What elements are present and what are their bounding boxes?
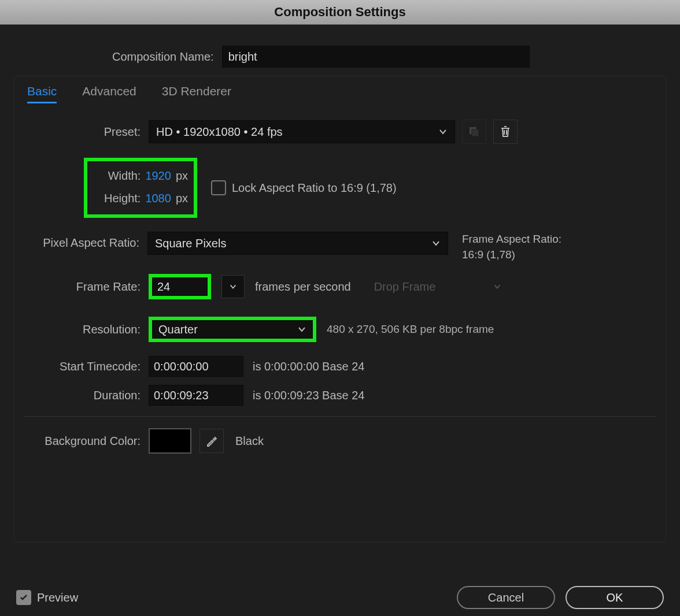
eyedropper-icon xyxy=(205,435,218,447)
width-unit: px xyxy=(176,169,188,183)
pixel-aspect-ratio-select[interactable]: Square Pixels xyxy=(147,232,448,255)
chevron-down-icon xyxy=(297,325,306,334)
resolution-label: Resolution: xyxy=(24,323,149,336)
drop-frame-value: Drop Frame xyxy=(374,280,436,294)
frame-rate-suffix: frames per second xyxy=(255,280,351,294)
height-label: Height: xyxy=(104,192,141,205)
background-color-label: Background Color: xyxy=(24,435,149,448)
start-timecode-label: Start Timecode: xyxy=(24,360,149,373)
composition-name-label: Composition Name: xyxy=(112,50,214,64)
width-input[interactable]: 1920 xyxy=(145,169,171,183)
trash-icon xyxy=(500,125,511,138)
start-timecode-info: is 0:00:00:00 Base 24 xyxy=(253,360,364,373)
resolution-highlight: Quarter xyxy=(149,317,316,342)
frame-aspect-ratio-value: 16:9 (1,78) xyxy=(462,247,561,263)
resolution-select[interactable]: Quarter xyxy=(152,320,313,339)
cancel-button[interactable]: Cancel xyxy=(457,586,555,609)
height-input[interactable]: 1080 xyxy=(145,192,171,205)
chevron-down-icon xyxy=(431,239,441,248)
dimensions-highlight: Width: 1920 px Height: 1080 px xyxy=(84,158,197,218)
svg-rect-1 xyxy=(472,129,479,136)
tab-advanced[interactable]: Advanced xyxy=(82,84,136,103)
frame-aspect-ratio-label: Frame Aspect Ratio: xyxy=(462,232,561,247)
composition-name-input[interactable] xyxy=(222,46,530,68)
resolution-value: Quarter xyxy=(158,323,198,336)
save-preset-button[interactable] xyxy=(462,120,486,144)
duration-input[interactable] xyxy=(149,385,243,406)
pixel-aspect-ratio-label: Pixel Aspect Ratio: xyxy=(24,232,147,250)
chevron-down-icon xyxy=(438,127,448,136)
frame-rate-input[interactable] xyxy=(152,277,208,296)
start-timecode-input[interactable] xyxy=(149,356,243,377)
preview-label: Preview xyxy=(37,591,78,604)
preset-label: Preset: xyxy=(24,125,149,139)
ok-button[interactable]: OK xyxy=(566,586,664,609)
delete-preset-button[interactable] xyxy=(493,120,518,144)
background-color-swatch[interactable] xyxy=(149,428,191,454)
divider xyxy=(24,416,656,417)
frame-rate-dropdown-button[interactable] xyxy=(221,275,245,298)
lock-aspect-ratio-label: Lock Aspect Ratio to 16:9 (1,78) xyxy=(232,181,397,195)
lock-aspect-ratio-checkbox[interactable] xyxy=(211,180,226,195)
chevron-down-icon xyxy=(493,283,501,291)
pixel-aspect-ratio-value: Square Pixels xyxy=(155,237,226,250)
settings-panel: Basic Advanced 3D Renderer Preset: HD • … xyxy=(14,76,666,543)
duration-label: Duration: xyxy=(24,389,149,402)
preview-checkbox[interactable] xyxy=(16,590,31,605)
width-label: Width: xyxy=(108,169,141,183)
frame-rate-label: Frame Rate: xyxy=(24,280,149,294)
height-unit: px xyxy=(176,192,188,205)
tab-3d-renderer[interactable]: 3D Renderer xyxy=(162,84,231,103)
duration-info: is 0:00:09:23 Base 24 xyxy=(253,389,364,402)
resolution-info: 480 x 270, 506 KB per 8bpc frame xyxy=(327,323,494,336)
eyedropper-button[interactable] xyxy=(199,429,224,453)
drop-frame-select: Drop Frame xyxy=(368,277,507,296)
chevron-down-icon xyxy=(229,283,237,291)
preset-value: HD • 1920x1080 • 24 fps xyxy=(156,125,283,139)
background-color-name: Black xyxy=(235,435,264,448)
frame-rate-highlight xyxy=(149,274,211,299)
tab-basic[interactable]: Basic xyxy=(27,84,57,103)
dialog-title: Composition Settings xyxy=(0,0,680,25)
preset-select[interactable]: HD • 1920x1080 • 24 fps xyxy=(149,120,455,143)
